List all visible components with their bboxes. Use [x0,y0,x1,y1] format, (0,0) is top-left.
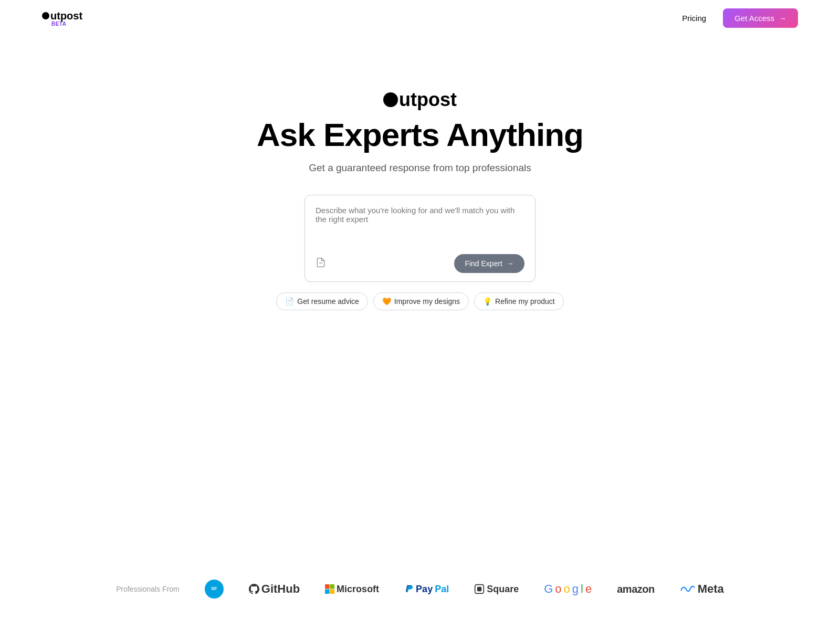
find-expert-arrow: → [507,259,514,268]
google-label: G [544,582,553,596]
paypal-label2: Pal [435,584,449,595]
chip-designs-label: Improve my designs [394,297,460,306]
page-wrapper: utpost BETA Pricing Get Access → utpost … [0,0,840,630]
hero-subtitle: Get a guaranteed response from top profe… [309,162,531,174]
attach-icon[interactable] [316,257,326,270]
nav-right: Pricing Get Access → [682,8,798,28]
svg-rect-6 [477,587,481,591]
hero-logo-text: utpost [399,89,457,111]
logo-text-label: utpost [50,10,82,22]
chips-container: 📄 Get resume advice 🧡 Improve my designs… [276,292,563,310]
svg-rect-2 [330,584,335,589]
hero-title: Ask Experts Anything [257,117,583,153]
find-expert-button[interactable]: Find Expert → [454,254,524,273]
arrow-icon: → [779,14,786,23]
brands-section: Professionals From SF GitHub Microsoft [0,580,840,598]
brand-google: Google [544,582,592,596]
meta-label: Meta [698,582,724,596]
pricing-link[interactable]: Pricing [682,14,706,23]
get-access-label: Get Access [734,14,774,23]
chip-resume-label: Get resume advice [297,297,359,306]
svg-rect-3 [325,589,330,594]
hero-logo: utpost [383,89,457,111]
hero-logo-dot [383,92,398,107]
search-textarea[interactable] [316,206,524,248]
square-label: Square [487,584,519,595]
search-footer: Find Expert → [316,254,524,273]
salesforce-icon: SF [205,580,224,598]
chip-resume-emoji: 📄 [285,297,294,306]
chip-resume[interactable]: 📄 Get resume advice [276,292,368,310]
paypal-label: Pay [416,584,433,595]
chip-product[interactable]: 💡 Refine my product [474,292,564,310]
get-access-button[interactable]: Get Access → [723,8,798,28]
github-label: GitHub [261,582,300,596]
chip-product-emoji: 💡 [483,297,492,306]
logo-dot [42,12,49,19]
search-box: Find Expert → [304,195,536,282]
amazon-label: amazon [617,583,654,595]
find-expert-label: Find Expert [465,259,502,268]
beta-badge: BETA [51,21,66,27]
chip-designs[interactable]: 🧡 Improve my designs [373,292,469,310]
logo: utpost [42,10,82,22]
brand-square: Square [474,584,519,595]
brand-microsoft: Microsoft [325,584,379,595]
brand-salesforce: SF [205,580,224,598]
hero-section: utpost Ask Experts Anything Get a guaran… [0,36,840,342]
svg-rect-4 [330,589,335,594]
logo-area: utpost BETA [42,10,82,27]
brand-github: GitHub [249,582,300,596]
brand-amazon: amazon [617,583,654,595]
brands-label: Professionals From [116,585,180,593]
brand-meta: Meta [680,582,724,596]
chip-product-label: Refine my product [495,297,555,306]
chip-designs-emoji: 🧡 [382,297,391,306]
navbar: utpost BETA Pricing Get Access → [0,0,840,36]
microsoft-label: Microsoft [337,584,379,595]
brand-paypal: PayPal [404,584,449,595]
svg-rect-1 [325,584,330,589]
